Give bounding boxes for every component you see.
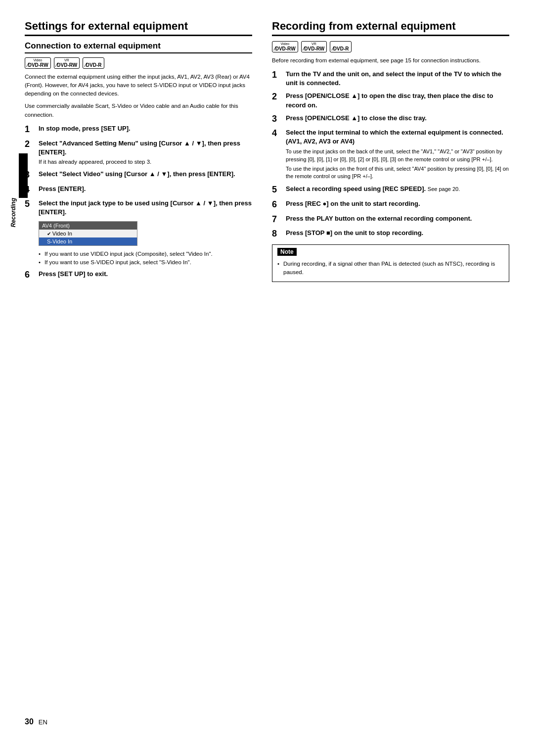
left-step-4: 4 Press [ENTER].	[25, 185, 252, 195]
r-step-8-main: Press [STOP ■] on the unit to stop recor…	[286, 229, 509, 237]
r-step-num-5: 5	[272, 185, 286, 195]
left-subsection-title: Connection to external equipment	[25, 41, 252, 53]
left-intro-1: Connect the external equipment using eit…	[25, 73, 252, 98]
r-step-4-sub-2: To use the input jacks on the front of t…	[286, 165, 509, 181]
left-bullets: If you want to use VIDEO input jack (Com…	[39, 250, 252, 267]
right-column: Recording from external equipment Video …	[272, 20, 509, 703]
r-step-num-2: 2	[272, 92, 286, 102]
r-step-num-6: 6	[272, 199, 286, 210]
left-section-title: Settings for external equipment	[25, 20, 252, 36]
step-2-sub: If it has already appeared, proceed to s…	[39, 158, 252, 166]
right-step-7: 7 Press the PLAY button on the external …	[272, 214, 509, 225]
left-step-6: 6 Press [SET UP] to exit.	[25, 270, 252, 281]
step-1-main: In stop mode, press [SET UP].	[39, 124, 252, 133]
right-intro: Before recording from external equipment…	[272, 56, 509, 65]
page-number-area: 30 EN	[25, 717, 509, 726]
menu-title: AV4 (Front)	[39, 222, 137, 230]
left-step-6-list: 6 Press [SET UP] to exit.	[25, 270, 252, 281]
right-step-2: 2 Press [OPEN/CLOSE ▲] to open the disc …	[272, 92, 509, 109]
bullet-2: If you want to use S-VIDEO input jack, s…	[39, 258, 252, 267]
right-dvd-badge-video-rw: Video ∕DVD-RW	[272, 41, 298, 52]
left-intro-2: Use commercially available Scart, S-Vide…	[25, 102, 252, 119]
en-label: EN	[39, 718, 47, 726]
right-dvd-badges: Video ∕DVD-RW VR ∕DVD-RW ∕DVD-R	[272, 41, 509, 52]
step-num-6-left: 6	[25, 270, 39, 281]
right-step-3: 3 Press [OPEN/CLOSE ▲] to close the disc…	[272, 114, 509, 125]
right-dvd-badge-r: ∕DVD-R	[330, 41, 351, 52]
step-num-1: 1	[25, 124, 39, 135]
dvd-badge-vr-rw: VR ∕DVD-RW	[54, 57, 80, 69]
page-number: 30	[25, 717, 34, 726]
step-num-5: 5	[25, 199, 39, 210]
note-bullets: During recording, if a signal other than…	[277, 260, 504, 277]
right-section-title: Recording from external equipment	[272, 20, 509, 36]
left-step-2: 2 Select "Advanced Setting Menu" using […	[25, 139, 252, 166]
side-label: Recording	[10, 198, 17, 227]
r-step-num-1: 1	[272, 70, 286, 81]
r-step-7-main: Press the PLAY button on the external re…	[286, 214, 509, 223]
left-steps: 1 In stop mode, press [SET UP]. 2 Select…	[25, 124, 252, 217]
right-step-8: 8 Press [STOP ■] on the unit to stop rec…	[272, 229, 509, 239]
dvd-badge-r: ∕DVD-R	[83, 57, 104, 69]
left-column: Settings for external equipment Connecti…	[25, 20, 252, 703]
note-bullet-1: During recording, if a signal other than…	[277, 260, 504, 277]
step-5-main: Select the input jack type to be used us…	[39, 199, 252, 217]
right-step-5: 5 Select a recording speed using [REC SP…	[272, 185, 509, 195]
r-step-num-4: 4	[272, 128, 286, 139]
menu-item-svideo-in: S-Video In	[39, 237, 137, 245]
r-step-4-sub-1: To use the input jacks on the back of th…	[286, 148, 509, 164]
step-num-2: 2	[25, 139, 39, 150]
r-step-1-main: Turn the TV and the unit on, and select …	[286, 70, 509, 88]
r-step-4-main: Select the input terminal to which the e…	[286, 128, 509, 146]
step-2-main: Select "Advanced Setting Menu" using [Cu…	[39, 139, 252, 157]
step-3-main: Select "Select Video" using [Cursor ▲ / …	[39, 170, 252, 179]
r-step-3-main: Press [OPEN/CLOSE ▲] to close the disc t…	[286, 114, 509, 123]
left-step-1: 1 In stop mode, press [SET UP].	[25, 124, 252, 135]
right-step-4: 4 Select the input terminal to which the…	[272, 128, 509, 181]
r-step-2-main: Press [OPEN/CLOSE ▲] to open the disc tr…	[286, 92, 509, 109]
note-title: Note	[277, 248, 297, 256]
step-4-main: Press [ENTER].	[39, 185, 252, 193]
r-step-num-3: 3	[272, 114, 286, 125]
bullet-1: If you want to use VIDEO input jack (Com…	[39, 250, 252, 258]
note-box: Note During recording, if a signal other…	[272, 244, 509, 283]
dvd-badge-video-rw: Video ∕DVD-RW	[25, 57, 51, 69]
right-dvd-badge-vr-rw: VR ∕DVD-RW	[301, 41, 327, 52]
left-dvd-badges: Video ∕DVD-RW VR ∕DVD-RW ∕DVD-R	[25, 57, 252, 69]
step-6-main: Press [SET UP] to exit.	[39, 270, 252, 279]
r-step-5-main: Select a recording speed using [REC SPEE…	[286, 185, 509, 193]
right-step-1: 1 Turn the TV and the unit on, and selec…	[272, 70, 509, 88]
r-step-num-7: 7	[272, 214, 286, 225]
decoration-bar	[19, 153, 28, 198]
left-step-5: 5 Select the input jack type to be used …	[25, 199, 252, 217]
menu-screenshot: AV4 (Front) Video In S-Video In	[39, 221, 137, 246]
r-step-6-main: Press [REC ●] on the unit to start recor…	[286, 199, 509, 208]
right-step-6: 6 Press [REC ●] on the unit to start rec…	[272, 199, 509, 210]
menu-item-video-in: Video In	[39, 230, 137, 237]
r-step-num-8: 8	[272, 229, 286, 239]
right-steps: 1 Turn the TV and the unit on, and selec…	[272, 70, 509, 239]
left-step-3: 3 Select "Select Video" using [Cursor ▲ …	[25, 170, 252, 181]
